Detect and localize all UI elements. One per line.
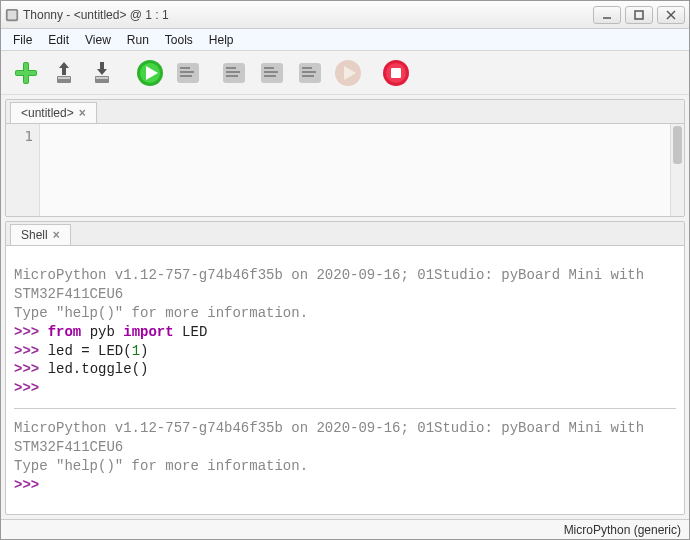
svg-rect-37 [391, 68, 401, 78]
editor-tab-label: <untitled> [21, 106, 74, 120]
editor-panel: <untitled> × 1 [5, 99, 685, 217]
shell-output[interactable]: MicroPython v1.12-757-g74b46f35b on 2020… [6, 246, 684, 514]
svg-rect-19 [180, 71, 194, 73]
shell-banner-line: MicroPython v1.12-757-g74b46f35b on 2020… [14, 419, 676, 457]
menu-tools[interactable]: Tools [157, 31, 201, 49]
save-file-button[interactable] [85, 56, 119, 90]
svg-rect-24 [226, 75, 238, 77]
stop-button[interactable] [379, 56, 413, 90]
shell-divider [14, 408, 676, 409]
step-into-button[interactable] [255, 56, 289, 90]
shell-panel: Shell × MicroPython v1.12-757-g74b46f35b… [5, 221, 685, 515]
app-window: Thonny - <untitled> @ 1 : 1 File Edit Vi… [0, 0, 690, 540]
svg-rect-31 [302, 71, 316, 73]
svg-rect-32 [302, 75, 314, 77]
menu-edit[interactable]: Edit [40, 31, 77, 49]
app-icon [5, 8, 19, 22]
shell-line: >>> [14, 379, 676, 398]
svg-rect-27 [264, 71, 278, 73]
minimize-button[interactable] [593, 6, 621, 24]
svg-rect-18 [180, 67, 190, 69]
shell-banner-line: MicroPython v1.12-757-g74b46f35b on 2020… [14, 266, 676, 304]
shell-line: >>> led = LED(1) [14, 342, 676, 361]
shell-line: >>> from pyb import LED [14, 323, 676, 342]
svg-rect-3 [635, 11, 643, 19]
close-button[interactable] [657, 6, 685, 24]
close-icon[interactable]: × [53, 228, 60, 242]
svg-rect-20 [180, 75, 192, 77]
titlebar: Thonny - <untitled> @ 1 : 1 [1, 1, 689, 29]
menu-run[interactable]: Run [119, 31, 157, 49]
window-title: Thonny - <untitled> @ 1 : 1 [23, 8, 589, 22]
svg-rect-26 [264, 67, 274, 69]
shell-tab-label: Shell [21, 228, 48, 242]
shell-prompt-line[interactable]: >>> [14, 476, 676, 495]
svg-rect-11 [58, 77, 70, 79]
close-icon[interactable]: × [79, 106, 86, 120]
interpreter-label[interactable]: MicroPython (generic) [564, 523, 681, 537]
svg-rect-9 [16, 71, 36, 75]
svg-rect-22 [226, 67, 236, 69]
step-out-button[interactable] [293, 56, 327, 90]
run-button[interactable] [133, 56, 167, 90]
step-over-button[interactable] [217, 56, 251, 90]
shell-tabs: Shell × [6, 222, 684, 246]
shell-banner-line: Type "help()" for more information. [14, 304, 676, 323]
editor-gutter: 1 [6, 124, 40, 216]
svg-rect-30 [302, 67, 312, 69]
menu-view[interactable]: View [77, 31, 119, 49]
menu-file[interactable]: File [5, 31, 40, 49]
content-area: <untitled> × 1 Shell × Micr [1, 95, 689, 519]
editor-textarea[interactable] [40, 124, 684, 216]
open-file-button[interactable] [47, 56, 81, 90]
svg-rect-28 [264, 75, 276, 77]
shell-tab[interactable]: Shell × [10, 224, 71, 245]
gutter-line-1: 1 [6, 128, 33, 144]
svg-rect-13 [96, 77, 108, 79]
svg-rect-23 [226, 71, 240, 73]
menubar: File Edit View Run Tools Help [1, 29, 689, 51]
debug-button[interactable] [171, 56, 205, 90]
maximize-button[interactable] [625, 6, 653, 24]
resume-button[interactable] [331, 56, 365, 90]
statusbar: MicroPython (generic) [1, 519, 689, 539]
toolbar [1, 51, 689, 95]
editor-body[interactable]: 1 [6, 124, 684, 216]
svg-rect-1 [8, 10, 17, 19]
shell-banner-line: Type "help()" for more information. [14, 457, 676, 476]
shell-line: >>> led.toggle() [14, 360, 676, 379]
editor-scrollbar[interactable] [670, 124, 684, 216]
new-file-button[interactable] [9, 56, 43, 90]
editor-tabs: <untitled> × [6, 100, 684, 124]
editor-tab-untitled[interactable]: <untitled> × [10, 102, 97, 123]
menu-help[interactable]: Help [201, 31, 242, 49]
